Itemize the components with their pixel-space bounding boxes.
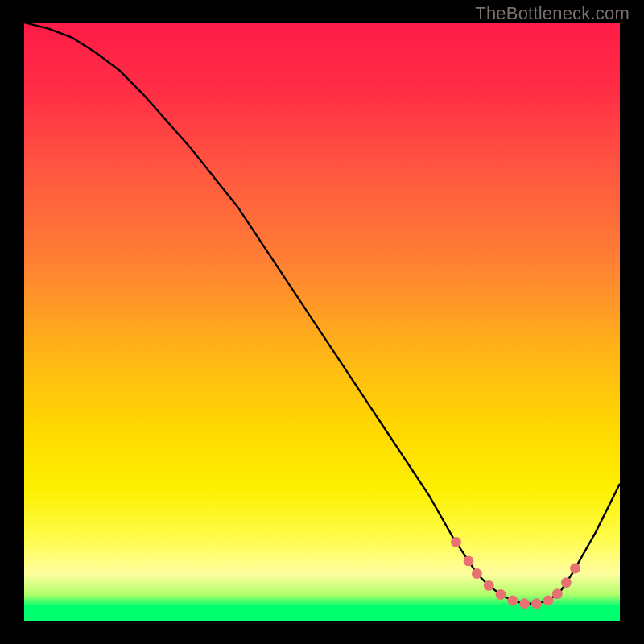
highlight-dot: [570, 564, 580, 574]
bottleneck-chart: [0, 0, 644, 644]
highlight-dot: [507, 596, 518, 606]
highlight-dot: [451, 537, 461, 547]
highlight-dot: [561, 577, 572, 588]
highlight-dot: [496, 589, 506, 600]
highlight-dot: [484, 580, 494, 591]
attribution-text: TheBottleneck.com: [475, 3, 630, 24]
highlight-dot: [543, 596, 554, 606]
highlight-dot: [531, 598, 542, 609]
plot-background: [24, 23, 620, 621]
highlight-dot: [472, 568, 482, 579]
highlight-dot: [519, 598, 530, 609]
highlight-dot: [552, 588, 563, 599]
highlight-dot: [464, 556, 474, 567]
